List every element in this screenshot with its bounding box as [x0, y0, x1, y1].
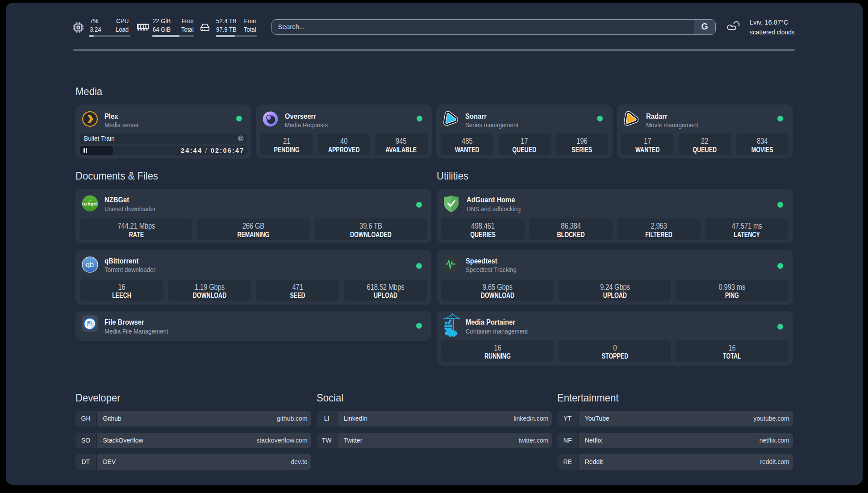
svg-text:nzbget: nzbget [82, 201, 98, 206]
svg-text:qb: qb [85, 260, 93, 268]
